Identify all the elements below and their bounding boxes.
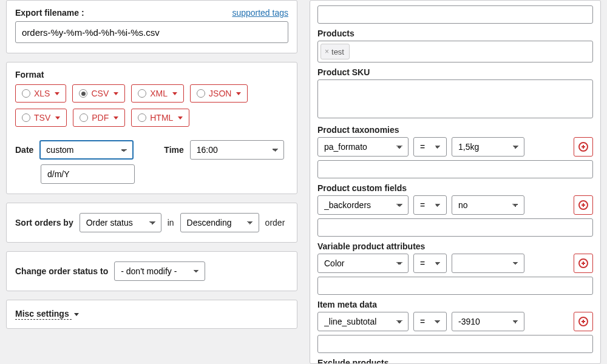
taxonomies-field-select[interactable]: pa_formato xyxy=(317,137,409,157)
caret-down-icon xyxy=(114,92,118,95)
date-mode-select[interactable]: custom xyxy=(39,140,134,160)
radio-icon xyxy=(197,89,205,98)
variable-attrs-row: Color = xyxy=(317,254,593,273)
misc-settings-toggle[interactable]: Misc settings xyxy=(15,309,72,320)
caret-down-icon xyxy=(55,116,60,120)
format-option-xml[interactable]: XML xyxy=(131,84,184,103)
variable-attrs-title: Variable product attributes xyxy=(317,241,593,251)
sort-panel: Sort orders by Order status in Descendin… xyxy=(6,203,297,243)
taxonomies-value-select[interactable]: 1,5kg xyxy=(452,137,524,157)
format-option-label: JSON xyxy=(209,89,231,98)
custom-fields-field-select[interactable]: _backorders xyxy=(317,195,409,215)
format-option-label: CSV xyxy=(91,89,109,98)
radio-icon xyxy=(79,89,87,98)
plus-icon xyxy=(578,258,588,268)
date-label: Date xyxy=(15,145,33,155)
sort-by-label: Sort orders by xyxy=(15,218,73,228)
export-filename-input[interactable] xyxy=(15,21,288,43)
format-option-html[interactable]: HTML xyxy=(131,109,189,127)
format-option-label: XLS xyxy=(34,89,50,98)
item-meta-add-button[interactable] xyxy=(574,312,593,331)
format-option-label: XML xyxy=(150,89,168,98)
change-status-select[interactable]: - don't modify - xyxy=(114,261,205,281)
custom-fields-op-select[interactable]: = xyxy=(413,195,447,215)
export-filename-panel: Export filename : supported tags xyxy=(6,0,297,53)
item-meta-op-select[interactable]: = xyxy=(413,312,447,331)
chevron-down-icon xyxy=(74,313,79,316)
custom-fields-add-button[interactable] xyxy=(574,195,593,215)
taxonomies-op-select[interactable]: = xyxy=(413,137,447,157)
variable-attrs-value-select[interactable] xyxy=(452,254,524,273)
taxonomies-extra-box[interactable] xyxy=(317,160,593,178)
item-meta-row: _line_subtotal = -3910 xyxy=(317,312,593,331)
caret-down-icon xyxy=(55,92,59,95)
format-option-csv[interactable]: CSV xyxy=(72,84,125,103)
format-label: Format xyxy=(15,70,288,79)
custom-fields-title: Product custom fields xyxy=(317,183,593,193)
variable-attrs-op-select[interactable]: = xyxy=(413,254,447,273)
taxonomies-add-button[interactable] xyxy=(574,137,593,157)
variable-attrs-field-select[interactable]: Color xyxy=(317,254,409,273)
radio-icon xyxy=(80,113,88,122)
supported-tags-link[interactable]: supported tags xyxy=(232,8,288,18)
format-option-label: TSV xyxy=(34,113,50,123)
format-option-label: PDF xyxy=(92,113,109,123)
format-panel: Format XLSCSVXMLJSONTSVPDFHTML Date cust… xyxy=(6,62,297,194)
product-filters-panel: Products ×test Product SKU Product taxon… xyxy=(310,0,601,364)
caret-down-icon xyxy=(114,116,118,120)
format-option-xls[interactable]: XLS xyxy=(15,84,66,103)
top-empty-box[interactable] xyxy=(317,5,593,24)
sort-field-select[interactable]: Order status xyxy=(80,213,161,232)
radio-icon xyxy=(22,113,30,122)
products-tagbox[interactable]: ×test xyxy=(317,41,593,62)
custom-fields-row: _backorders = no xyxy=(317,195,593,215)
plus-icon xyxy=(578,142,588,152)
change-status-label: Change order status to xyxy=(15,266,108,276)
taxonomies-row: pa_formato = 1,5kg xyxy=(317,137,593,157)
product-tag[interactable]: ×test xyxy=(320,44,350,59)
product-tag-label: test xyxy=(331,47,344,56)
product-taxonomies-title: Product taxonomies xyxy=(317,125,593,135)
caret-down-icon xyxy=(172,92,177,95)
radio-icon xyxy=(138,113,146,122)
time-select[interactable]: 16:00 xyxy=(190,140,284,160)
radio-icon xyxy=(138,89,146,98)
time-label: Time xyxy=(164,145,183,155)
date-format-input[interactable] xyxy=(41,164,135,184)
caret-down-icon xyxy=(236,92,241,95)
variable-attrs-extra-box[interactable] xyxy=(317,277,593,295)
format-option-label: HTML xyxy=(150,113,173,123)
item-meta-title: Item meta data xyxy=(317,300,593,309)
product-sku-title: Product SKU xyxy=(317,67,593,77)
sort-in-label: in xyxy=(168,218,174,228)
format-option-json[interactable]: JSON xyxy=(190,84,248,103)
format-options: XLSCSVXMLJSONTSVPDFHTML xyxy=(15,84,288,127)
radio-icon xyxy=(22,89,30,98)
close-icon[interactable]: × xyxy=(325,47,329,56)
exclude-products-title: Exclude products xyxy=(317,358,593,364)
format-option-pdf[interactable]: PDF xyxy=(73,109,125,127)
plus-icon xyxy=(578,317,588,326)
change-status-panel: Change order status to - don't modify - xyxy=(6,251,297,291)
plus-icon xyxy=(578,200,588,210)
sort-suffix-label: order xyxy=(265,218,285,228)
variable-attrs-add-button[interactable] xyxy=(574,254,593,273)
format-option-tsv[interactable]: TSV xyxy=(15,109,67,127)
product-sku-textarea[interactable] xyxy=(317,79,593,118)
item-meta-extra-box[interactable] xyxy=(317,335,593,353)
misc-settings-panel: Misc settings xyxy=(6,300,297,329)
export-filename-label: Export filename : xyxy=(15,8,84,18)
item-meta-field-select[interactable]: _line_subtotal xyxy=(317,312,409,331)
products-title: Products xyxy=(317,29,593,38)
item-meta-value-select[interactable]: -3910 xyxy=(452,312,524,331)
caret-down-icon xyxy=(178,116,183,120)
custom-fields-extra-box[interactable] xyxy=(317,218,593,237)
custom-fields-value-select[interactable]: no xyxy=(452,195,524,215)
sort-direction-select[interactable]: Descending xyxy=(180,213,259,232)
